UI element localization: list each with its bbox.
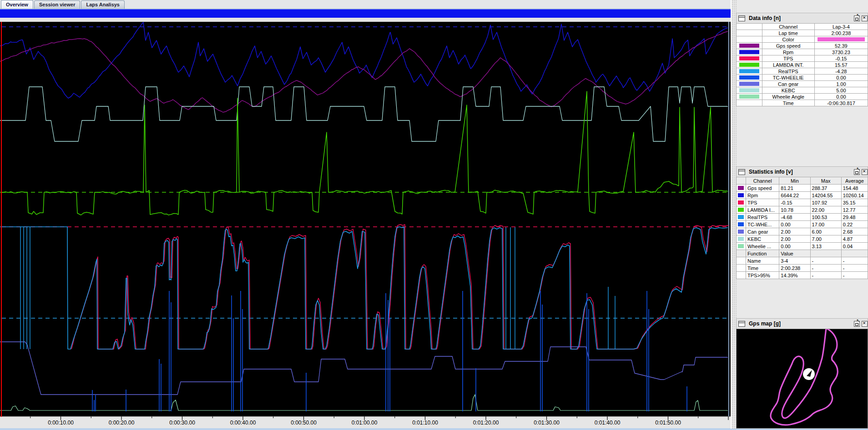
data-info-row[interactable]: RealTPS-4.28 — [737, 68, 868, 75]
data-info-row[interactable]: Rpm3730.23 — [737, 49, 868, 55]
statistics-row[interactable]: TPS>95%14.39%-- — [737, 272, 868, 279]
axis-tick-label: 0:01:00.00 — [352, 420, 378, 426]
restore-icon[interactable] — [854, 15, 860, 21]
data-info-row[interactable]: Can gear1.00 — [737, 81, 868, 87]
telemetry-chart[interactable]: 0:00:10.000:00:20.000:00:30.000:00:40.00… — [0, 18, 731, 430]
data-info-row[interactable]: TPS-0.15 — [737, 55, 868, 62]
axis-tick-label: 0:01:20.00 — [473, 420, 499, 426]
statistics-table: ChannelMinMaxAverageGps speed81.21288.37… — [736, 177, 868, 279]
gps-map-title: Gps map [g] — [747, 320, 782, 327]
statistics-row[interactable]: FunctionValue — [737, 250, 868, 257]
axis-tick-label: 0:00:50.00 — [291, 420, 317, 426]
statistics-row[interactable]: Time2:00.238-- — [737, 265, 868, 272]
channel-color-swatch — [739, 63, 759, 67]
statistics-info-title: Statistics info [v] — [747, 169, 794, 175]
gps-track-map[interactable] — [736, 329, 868, 429]
panel-window-icon — [738, 169, 745, 175]
panel-window-icon — [738, 321, 745, 327]
channel-color-swatch — [738, 237, 744, 241]
axis-tick-label: 0:01:40.00 — [595, 420, 621, 426]
application-window: OverviewSession viewerLaps Analisys 0:00… — [0, 0, 868, 430]
channel-color-swatch — [738, 208, 744, 212]
data-info-header[interactable]: Data info [n] — [736, 13, 868, 23]
channel-color-swatch — [739, 50, 759, 54]
axis-tick-label: 0:00:10.00 — [48, 420, 74, 426]
channel-color-swatch — [738, 200, 744, 205]
tab-session-viewer[interactable]: Session viewer — [34, 0, 81, 9]
channel-color-swatch — [738, 215, 744, 219]
statistics-row[interactable]: Wheelie ...0.003.130.04 — [737, 243, 868, 250]
gps-map-header[interactable]: Gps map [g] — [736, 318, 868, 329]
data-info-row[interactable]: KEBC5.00 — [737, 87, 868, 94]
panel-window-icon — [738, 15, 745, 21]
channel-color-swatch — [738, 186, 744, 190]
statistics-row[interactable]: Can gear2.006.002.68 — [737, 228, 868, 235]
restore-icon[interactable] — [854, 321, 860, 327]
axis-tick-label: 0:00:40.00 — [230, 420, 256, 426]
close-icon[interactable] — [862, 321, 868, 327]
data-info-row[interactable]: Lap time2:00.238 — [737, 30, 868, 36]
channel-color-swatch — [739, 75, 759, 80]
statistics-info-panel: Statistics info [v] ChannelMinMaxAverage… — [736, 166, 868, 279]
tab-laps-analisys[interactable]: Laps Analisys — [81, 0, 125, 9]
channel-color-swatch — [739, 82, 759, 86]
lap-color-swatch — [818, 37, 865, 41]
tab-overview[interactable]: Overview — [1, 0, 33, 9]
channel-color-swatch — [738, 230, 744, 234]
data-info-title: Data info [n] — [747, 15, 782, 21]
close-icon[interactable] — [862, 15, 868, 21]
chart-window-titlebar[interactable] — [0, 9, 731, 19]
axis-tick-label: 0:00:20.00 — [109, 420, 135, 426]
statistics-row[interactable]: TC-WHE...0.0017.000.22 — [737, 221, 868, 228]
statistics-row[interactable]: LAMBDA I...10.7822.0012.77 — [737, 206, 868, 214]
gps-map-panel: Gps map [g] — [736, 318, 868, 430]
data-info-row[interactable]: Gps speed52.39 — [737, 43, 868, 49]
statistics-row[interactable]: Rpm6644.2214204.5510260.14 — [737, 192, 868, 199]
axis-tick-label: 0:00:30.00 — [169, 420, 195, 426]
statistics-row[interactable]: Name3-4-- — [737, 257, 868, 265]
restore-icon[interactable] — [854, 169, 860, 175]
statistics-info-header[interactable]: Statistics info [v] — [736, 166, 868, 177]
close-icon[interactable] — [862, 169, 868, 175]
channel-color-swatch — [738, 222, 744, 226]
channel-color-swatch — [739, 69, 759, 73]
data-info-row[interactable]: ChannelLap-3-4 — [737, 24, 868, 30]
data-info-row[interactable]: Time-0:06:30.817 — [737, 100, 868, 106]
data-info-row[interactable]: Wheelie Angle0.00 — [737, 94, 868, 100]
statistics-header-row: ChannelMinMaxAverage — [737, 177, 868, 185]
channel-color-swatch — [738, 244, 744, 248]
channel-color-swatch — [739, 95, 759, 99]
data-info-row[interactable]: LAMBDA INT.15.57 — [737, 62, 868, 68]
statistics-row[interactable]: TPS-0.15107.9235.15 — [737, 199, 868, 206]
data-info-panel: Data info [n] ChannelLap-3-4Lap time2:00… — [736, 13, 868, 106]
data-info-row[interactable]: TC-WHEELIE0.00 — [737, 75, 868, 81]
channel-color-swatch — [739, 56, 759, 60]
axis-tick-label: 0:01:30.00 — [534, 420, 560, 426]
axis-tick-label: 0:01:10.00 — [412, 420, 438, 426]
channel-color-swatch — [739, 88, 759, 92]
statistics-row[interactable]: RealTPS-4.68100.5329.48 — [737, 214, 868, 221]
statistics-row[interactable]: KEBC2.007.004.87 — [737, 235, 868, 243]
channel-color-swatch — [738, 193, 744, 197]
axis-tick-label: 0:01:50.00 — [655, 420, 681, 426]
statistics-row[interactable]: Gps speed81.21288.37154.48 — [737, 185, 868, 192]
data-info-table: ChannelLap-3-4Lap time2:00.238ColorGps s… — [736, 23, 868, 106]
side-panel-column: Data info [n] ChannelLap-3-4Lap time2:00… — [731, 0, 868, 430]
channel-color-swatch — [739, 44, 759, 48]
data-info-row[interactable]: Color — [737, 36, 868, 43]
time-cursor[interactable] — [1, 22, 2, 417]
